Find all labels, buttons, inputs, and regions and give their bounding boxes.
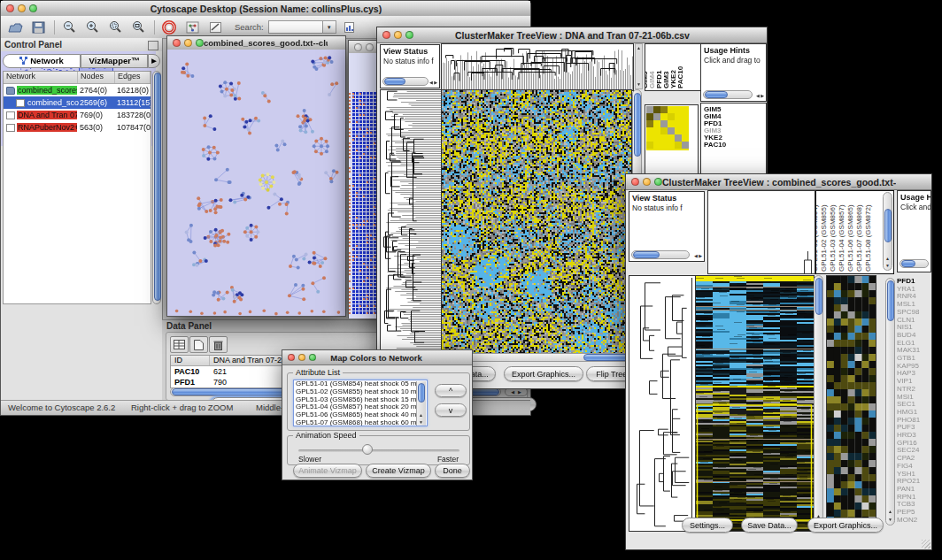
float-panel-icon[interactable] [148, 41, 158, 50]
network-view-titlebar[interactable]: combined_scores_good.txt--cluste... [167, 36, 345, 50]
zoom-fit-icon[interactable] [129, 19, 147, 35]
annotation-icon[interactable] [206, 19, 224, 35]
column-label[interactable]: GPL51-07 (GSM868) [856, 204, 863, 272]
minimize-button[interactable] [643, 178, 651, 186]
minimize-button[interactable] [18, 4, 26, 12]
close-button[interactable] [288, 354, 295, 361]
usage-hints-scrollbar[interactable] [703, 90, 753, 99]
column-label[interactable]: GPL51-03 (GSM856) [830, 204, 837, 272]
slider-thumb[interactable] [362, 444, 373, 455]
zoom-button[interactable] [309, 354, 316, 361]
animate-vizmap-button[interactable]: Animate Vizmap [293, 464, 362, 478]
tab-network[interactable]: Network [3, 54, 81, 68]
gene-list-scrollbar[interactable]: ▲▼ [885, 278, 895, 525]
column-edges[interactable]: Edges [115, 72, 151, 83]
zoom-button[interactable] [405, 31, 413, 39]
tab-vizmapper[interactable]: VizMapper™ [81, 54, 148, 68]
heatmap-main[interactable] [695, 275, 815, 532]
help-lifesaver-icon[interactable] [160, 19, 178, 35]
dendrogram-scroll-strip[interactable]: ▲▼ [635, 43, 643, 89]
network-list-scrollbar[interactable] [152, 71, 161, 304]
move-down-button[interactable]: v [435, 403, 467, 417]
settings-button[interactable]: Settings... [682, 518, 733, 533]
view-status-scrollbar[interactable] [631, 250, 690, 259]
treeview-dna-titlebar[interactable]: ClusterMaker TreeView : DNA and Tran 07-… [377, 27, 767, 43]
column-dendrogram[interactable] [441, 43, 634, 91]
row-dendrogram[interactable] [629, 275, 696, 532]
column-id[interactable]: ID [171, 356, 210, 365]
search-dropdown-icon[interactable]: ▼ [323, 20, 336, 34]
resize-grip[interactable] [922, 540, 930, 548]
network-list-item[interactable]: combined_sco2569(6)13112(15) [4, 96, 151, 109]
column-labels-panel: ▲▼ GPL51-01 (GSM854)GPL51-02 (GSM855)GPL… [815, 190, 894, 274]
heatmap-vscrollbar[interactable]: ▲▼ [814, 275, 823, 530]
attribute-list-item[interactable]: GPL51-07 (GSM868) heat shock 60 min [294, 419, 427, 426]
minimize-button[interactable] [184, 39, 192, 47]
attribute-list-scrollbar[interactable]: ▲▼ [416, 381, 426, 426]
row-dendrogram[interactable] [380, 89, 443, 354]
animation-speed-slider[interactable] [298, 449, 459, 452]
close-button[interactable] [382, 31, 390, 39]
attribute-select-icon[interactable] [170, 336, 189, 353]
treeview-combined-titlebar[interactable]: ClusterMaker TreeView : combined_scores_… [626, 174, 931, 190]
search-options-icon[interactable] [342, 19, 359, 35]
network-list-item[interactable]: combined_scores_2764(0)16218(0) [4, 84, 151, 96]
zoom-out-icon[interactable] [60, 19, 78, 35]
column-label[interactable]: GPL51-02 (GSM855) [821, 204, 828, 272]
treeview-dna-title: ClusterMaker TreeView : DNA and Tran 07-… [413, 30, 731, 41]
gene-labels-panel: PFD1YRA1RNR4MSL1SPC98CLN1NIS1BUD4ELG1MAK… [897, 278, 932, 529]
minimize-button[interactable] [394, 31, 402, 39]
network-list-item[interactable]: DNA and Tran 07769(0)183728(0) [4, 109, 151, 121]
search-input[interactable] [268, 20, 323, 34]
network-list-header[interactable]: Network Nodes Edges [4, 72, 151, 84]
zoom-button[interactable] [29, 4, 37, 12]
scroll-arrows[interactable]: ◀ ▶ [694, 254, 702, 258]
scroll-arrows[interactable]: ◀ ▶ [429, 81, 437, 85]
import-network-icon[interactable] [183, 19, 201, 35]
zoom-in-icon[interactable] [83, 19, 101, 35]
gene-label[interactable]: MON2 [897, 517, 932, 525]
column-label[interactable]: GPL51-01 (GSM854) [815, 204, 819, 272]
close-button[interactable] [631, 178, 639, 186]
move-up-button[interactable]: ^ [435, 384, 467, 397]
column-label[interactable]: GPL51-04 (GSM857) [838, 204, 845, 272]
usage-hints-scrollbar[interactable] [900, 259, 929, 268]
heatmap-main[interactable] [441, 89, 632, 354]
view-status-scrollbar[interactable] [382, 77, 429, 86]
column-nodes[interactable]: Nodes [78, 72, 115, 83]
close-button[interactable] [173, 39, 181, 47]
zoom-button[interactable] [654, 178, 662, 186]
zoom-button[interactable] [196, 39, 204, 47]
scroll-arrows[interactable]: ◀ ▶ [756, 94, 764, 98]
column-label[interactable]: GPL51-06 (GSM865) [847, 204, 854, 272]
tab-overflow-button[interactable]: ▶ [148, 54, 160, 68]
save-data-button[interactable]: Save Data... [741, 518, 798, 533]
attribute-list[interactable]: GPL51-01 (GSM854) heat shock 05 minGPL51… [293, 380, 428, 426]
main-titlebar[interactable]: Cytoscape Desktop (Session Name: collins… [1, 1, 530, 17]
create-vizmap-button[interactable]: Create Vizmap [366, 464, 431, 478]
column-label[interactable]: PAC10 [677, 66, 684, 88]
delete-attribute-icon[interactable] [209, 336, 228, 353]
zoom-selected-region-icon[interactable] [106, 19, 124, 35]
network-list-item[interactable]: RNAPuberNov2+563(0)107847(0) [4, 121, 151, 134]
close-button[interactable] [6, 4, 14, 12]
detail-heatmap[interactable] [646, 106, 689, 150]
export-graphics-button[interactable]: Export Graphics... [504, 366, 583, 381]
column-label[interactable]: GPL51-08 (GSM872) [865, 204, 872, 272]
dialog-titlebar[interactable]: Map Colors to Network [282, 350, 472, 365]
minimize-button[interactable] [366, 43, 374, 51]
gene-label[interactable]: PAC10 [704, 142, 766, 149]
detail-heatmap[interactable] [826, 275, 876, 532]
network-canvas[interactable] [167, 50, 345, 316]
network-node-count: 769(0) [80, 111, 103, 119]
export-graphics-button[interactable]: Export Graphics... [807, 518, 884, 533]
column-network[interactable]: Network [4, 72, 78, 83]
save-icon[interactable] [29, 19, 47, 35]
column-dendrogram[interactable] [707, 190, 815, 274]
close-button[interactable] [354, 43, 362, 51]
minimize-button[interactable] [298, 354, 305, 361]
open-folder-icon[interactable] [6, 19, 24, 35]
new-attribute-icon[interactable] [189, 336, 208, 353]
done-button[interactable]: Done [435, 464, 470, 478]
column-labels-scrollbar[interactable]: ▲▼ [883, 192, 892, 271]
